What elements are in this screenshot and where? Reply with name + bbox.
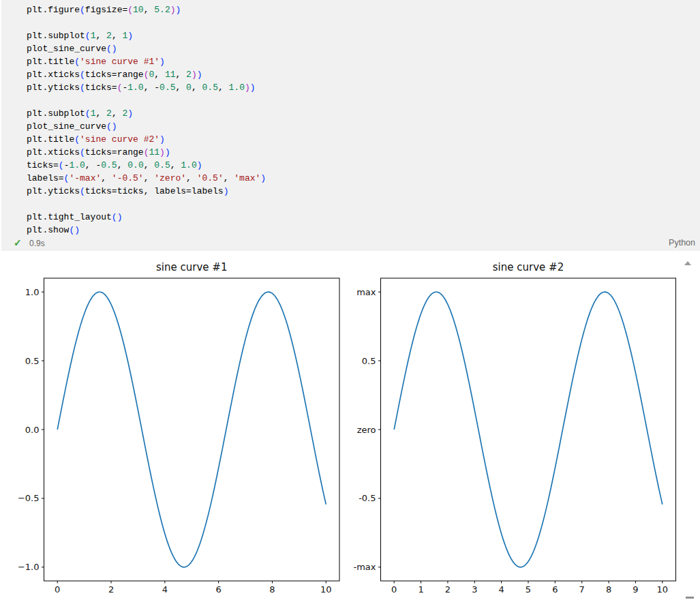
- code-line[interactable]: plt.subplot(1, 2, 1): [27, 29, 266, 42]
- code-token: ,: [95, 108, 106, 119]
- code-line[interactable]: labels=('-max', '-0.5', 'zero', '0.5', '…: [27, 172, 266, 185]
- code-line[interactable]: plt.yticks(ticks=ticks, labels=labels): [27, 185, 266, 198]
- code-line[interactable]: plt.show(): [27, 224, 266, 237]
- code-token: ,: [218, 82, 229, 93]
- code-token: plt.xticks: [27, 147, 80, 158]
- x-tick-label: 10: [657, 584, 669, 595]
- code-line[interactable]: plt.xticks(ticks=range(0, 11, 2)): [27, 68, 266, 81]
- code-token: ,: [117, 160, 128, 170]
- code-token: ,: [154, 70, 165, 80]
- code-token: 1.0: [181, 160, 196, 170]
- figure-output: sine curve #102468101.00.50.0−0.5−1.0sin…: [0, 251, 700, 600]
- code-line[interactable]: [27, 94, 266, 107]
- code-token: plt.figure: [27, 5, 80, 15]
- y-tick-label: −1.0: [18, 562, 40, 572]
- x-tick-label: 6: [216, 584, 222, 595]
- x-tick-label: 8: [606, 584, 611, 595]
- code-line[interactable]: plt.subplot(1, 2, 2): [27, 107, 266, 120]
- x-tick-label: 8: [269, 584, 275, 595]
- code-token: '-0.5': [112, 173, 144, 183]
- code-token: 0.5: [202, 82, 218, 93]
- code-token: 1.0: [127, 82, 143, 93]
- code-token: '0.5': [197, 173, 224, 183]
- code-token: plt.title: [27, 57, 74, 67]
- code-token: 5.2: [154, 5, 170, 15]
- code-line[interactable]: plt.tight_layout(): [27, 211, 266, 224]
- code-token: 1.0: [69, 160, 85, 170]
- x-tick-label: 2: [445, 584, 451, 595]
- x-tick-label: 6: [552, 584, 558, 595]
- x-tick-label: 4: [162, 584, 168, 595]
- code-token: ,: [224, 173, 234, 183]
- code-line[interactable]: plt.xticks(ticks=range(11)): [27, 146, 266, 159]
- code-token: ): [197, 70, 202, 80]
- chart-title: sine curve #1: [156, 261, 227, 273]
- code-token: plot_sine_curve: [27, 44, 106, 54]
- scrollbar-thumb[interactable]: [686, 597, 694, 599]
- matplotlib-figure: sine curve #102468101.00.50.0−0.5−1.0sin…: [0, 251, 700, 600]
- code-line[interactable]: plt.figure(figsize=(10, 5.2)): [27, 3, 266, 16]
- code-token: ticks=range: [85, 147, 144, 158]
- x-tick-label: 0: [55, 584, 60, 595]
- code-token: 0.5: [101, 160, 117, 170]
- code-line[interactable]: [27, 16, 266, 29]
- code-token: (: [80, 82, 85, 93]
- y-tick-label: 0.0: [25, 425, 40, 435]
- code-token: ticks=: [27, 160, 59, 170]
- code-line[interactable]: ticks=(-1.0, -0.5, 0.0, 0.5, 1.0): [27, 159, 266, 172]
- code-token: plot_sine_curve: [27, 121, 106, 132]
- y-tick-label: −0.5: [18, 493, 40, 503]
- axes-frame: [381, 278, 676, 581]
- x-tick-label: 2: [108, 584, 114, 595]
- x-tick-label: 10: [320, 584, 332, 595]
- code-token: plt.subplot: [27, 31, 85, 41]
- code-line[interactable]: plot_sine_curve(): [27, 42, 266, 55]
- y-tick-label: -max: [353, 562, 376, 572]
- code-token: ,: [144, 173, 155, 183]
- code-token: ticks=range: [85, 70, 144, 80]
- code-token: 1.0: [229, 82, 245, 93]
- code-token: '-max': [69, 173, 101, 183]
- code-token: ): [127, 31, 133, 41]
- code-token: (: [106, 44, 112, 54]
- code-token: ): [159, 57, 165, 67]
- code-token: ,: [85, 160, 96, 170]
- code-token: 0.5: [159, 82, 175, 93]
- code-token: 11: [149, 147, 159, 158]
- code-token: ,: [176, 70, 187, 80]
- code-token: 11: [165, 70, 176, 80]
- code-line[interactable]: plt.title('sine curve #1'): [27, 55, 266, 68]
- code-token: (: [59, 160, 64, 170]
- y-tick-label: 0.5: [25, 356, 40, 366]
- code-token: ,: [176, 82, 187, 93]
- output-collapse-arrow-icon[interactable]: [684, 261, 691, 265]
- code-token: ): [159, 147, 165, 158]
- code-line[interactable]: plt.title('sine curve #2'): [27, 133, 266, 146]
- code-cell: plt.figure(figsize=(10, 5.2))plt.subplot…: [1, 0, 700, 251]
- code-line[interactable]: [27, 198, 266, 211]
- code-token: 'zero': [154, 173, 186, 183]
- code-token: (: [112, 212, 117, 222]
- code-token: 2: [106, 31, 112, 41]
- code-token: plt.subplot: [27, 108, 85, 119]
- y-tick-label: zero: [357, 425, 376, 435]
- code-token: figsize=: [85, 5, 127, 15]
- y-tick-label: -0.5: [359, 493, 376, 503]
- code-line[interactable]: plt.yticks(ticks=(-1.0, -0.5, 0, 0.5, 1.…: [27, 81, 266, 94]
- code-token: ): [112, 121, 117, 132]
- kernel-language-label[interactable]: Python: [669, 238, 695, 247]
- code-token: ,: [186, 173, 197, 183]
- code-token: (: [74, 57, 80, 67]
- code-token: ): [192, 70, 197, 80]
- y-tick-label: 0.5: [362, 356, 376, 366]
- code-token: (: [85, 31, 91, 41]
- code-token: ,: [144, 82, 155, 93]
- code-token: plt.xticks: [27, 70, 80, 80]
- code-token: 'sine curve #2': [80, 134, 159, 145]
- code-token: 'max': [234, 173, 260, 183]
- code-token: (: [74, 134, 80, 145]
- code-line[interactable]: plot_sine_curve(): [27, 120, 266, 133]
- code-cell-editor[interactable]: plt.figure(figsize=(10, 5.2))plt.subplot…: [27, 3, 266, 237]
- chart-title: sine curve #2: [493, 261, 564, 273]
- x-tick-label: 5: [526, 584, 531, 595]
